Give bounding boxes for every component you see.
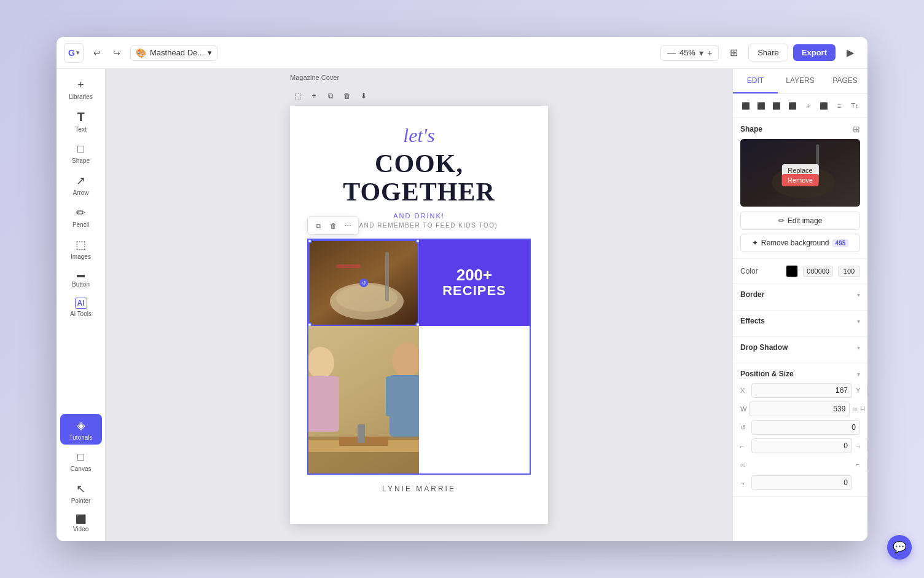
tutorials-label: Tutorials [69, 434, 93, 441]
document-name: Masthead De... [150, 48, 204, 57]
undo-button[interactable]: ↩ [88, 44, 106, 61]
toolbar-right: ⊞ Share Export ▶ [724, 43, 860, 63]
sidebar-item-images[interactable]: ⬚ Images [60, 233, 102, 264]
crop-icon-button[interactable]: ⊞ [724, 43, 743, 63]
toolbar: G ▾ ↩ ↪ 🎨 Masthead De... ▾ — 45% ▾ + ⊞ S… [57, 37, 867, 69]
tutorials-icon: ◈ [77, 419, 85, 432]
sel-copy-button[interactable]: ⧉ [311, 219, 325, 232]
recipes-text: RECIPES [442, 283, 506, 299]
couple-image-cell[interactable] [308, 326, 419, 473]
text-label: Text [75, 126, 86, 133]
sidebar-item-libraries[interactable]: + Libraries [60, 74, 102, 104]
remove-button[interactable]: Remove [781, 174, 819, 186]
document-title[interactable]: 🎨 Masthead De... ▾ [130, 45, 217, 61]
shape-section-icon[interactable]: ⊞ [853, 124, 860, 134]
shape-section-header: Shape ⊞ [740, 124, 860, 134]
sidebar-item-video[interactable]: ⬛ Video [60, 509, 102, 536]
magazine-main-title: COOK, TOGETHER [307, 149, 531, 206]
drop-shadow-collapse[interactable]: ▾ [857, 344, 860, 351]
canvas-label: Canvas [71, 465, 92, 472]
pos-size-header: Position & Size ▾ [740, 370, 860, 378]
arrow-icon: ↗ [76, 174, 85, 188]
frame-download-button[interactable]: ⬇ [356, 89, 371, 103]
svg-rect-9 [308, 376, 312, 413]
magazine-script-title: let's [403, 124, 434, 147]
button-label: Button [72, 281, 90, 288]
frame-link-button[interactable]: ⬚ [290, 89, 305, 103]
align-horiz-button[interactable]: ⬛ [817, 99, 830, 113]
link-icon: ∞ [852, 405, 858, 413]
corner-tr-input[interactable] [867, 438, 867, 453]
shape-section-title: Shape [740, 125, 762, 133]
corner-tl-field: ⌐ [740, 438, 852, 453]
tab-edit[interactable]: EDIT [733, 69, 778, 93]
sidebar-item-text[interactable]: T Text [60, 105, 102, 137]
y-input[interactable] [867, 383, 867, 398]
effects-collapse[interactable]: ▾ [857, 318, 860, 325]
distribute-v-button[interactable]: ⬛ [786, 99, 799, 113]
sel-delete-button[interactable]: 🗑 [326, 219, 340, 232]
align-right-button[interactable]: ⬛ [770, 99, 783, 113]
sidebar-item-canvas[interactable]: □ Canvas [60, 446, 102, 476]
align-center-button[interactable]: ⬛ [754, 99, 767, 113]
tab-pages[interactable]: PAGES [823, 69, 867, 93]
canvas-area[interactable]: Magazine Cover ⬚ + ⧉ 🗑 ⬇ let's COOK, TOG… [106, 69, 732, 541]
corner-bl-input[interactable] [751, 475, 852, 490]
right-panel: EDIT LAYERS PAGES ⬛ ⬛ ⬛ ⬛ + ⬛ ≡ T↕ Shape… [732, 69, 867, 541]
corner-link-icon: ∞ [740, 461, 746, 469]
share-button[interactable]: Share [748, 44, 788, 61]
effects-section-header: Effects ▾ [740, 317, 860, 325]
corner-br-input[interactable] [867, 457, 867, 472]
frame-delete-button[interactable]: 🗑 [340, 89, 354, 103]
frame-copy-button[interactable]: ⧉ [323, 89, 338, 103]
ai-tools-icon: Ai [75, 298, 87, 309]
magazine-author: LYNIE MARRIE [382, 485, 456, 493]
app-logo[interactable]: G ▾ [64, 43, 84, 63]
color-swatch[interactable] [786, 265, 798, 277]
svg-point-7 [308, 347, 334, 379]
zoom-in-button[interactable]: + [707, 48, 712, 58]
food-image-cell[interactable]: ↺ [308, 240, 419, 326]
sel-more-button[interactable]: ⋯ [341, 219, 354, 232]
panel-tabs: EDIT LAYERS PAGES [733, 69, 867, 94]
sidebar-item-tutorials[interactable]: ◈ Tutorials [60, 414, 102, 445]
floating-chat-button[interactable]: 💬 [887, 535, 912, 560]
border-collapse[interactable]: ▾ [857, 291, 860, 298]
canvas-icon: □ [77, 451, 84, 464]
corner-br-field: ⌐ [856, 457, 867, 472]
remove-background-button[interactable]: ✦ Remove background 495 [740, 234, 860, 252]
export-button[interactable]: Export [793, 44, 836, 61]
add-button[interactable]: + [802, 99, 815, 113]
remove-bg-badge: 495 [832, 239, 849, 247]
libraries-icon: + [77, 79, 84, 92]
arrow-label: Arrow [72, 189, 88, 196]
redo-button[interactable]: ↪ [108, 44, 125, 61]
corner-tl-input[interactable] [751, 438, 852, 453]
image-grid[interactable]: ↺ 200+ RECIPES [307, 239, 531, 475]
shape-preview: Replace Remove [740, 139, 860, 207]
sidebar-item-shape[interactable]: □ Shape [60, 138, 102, 168]
recipes-box: 200+ RECIPES [419, 240, 530, 326]
rotation-input[interactable] [751, 420, 860, 435]
svg-rect-3 [385, 252, 389, 301]
sidebar-item-pencil[interactable]: ✏ Pencil [60, 201, 102, 232]
w-input[interactable] [749, 402, 850, 416]
x-input[interactable] [751, 383, 852, 398]
sidebar-item-pointer[interactable]: ↖ Pointer [60, 477, 102, 508]
zoom-dropdown-button[interactable]: ▾ [699, 48, 703, 58]
list-button[interactable]: ≡ [832, 99, 845, 113]
h-label: H [860, 405, 865, 413]
edit-image-button[interactable]: ✏ Edit image [740, 212, 860, 230]
align-left-button[interactable]: ⬛ [739, 99, 752, 113]
frame-add-button[interactable]: + [307, 89, 321, 103]
tab-layers[interactable]: LAYERS [778, 69, 823, 93]
sidebar-item-arrow[interactable]: ↗ Arrow [60, 169, 102, 200]
sidebar-item-button[interactable]: ▬ Button [60, 265, 102, 291]
preview-button[interactable]: ▶ [840, 43, 860, 63]
more-button[interactable]: T↕ [848, 99, 861, 113]
sidebar-item-ai-tools[interactable]: Ai Ai Tools [60, 293, 102, 321]
zoom-out-button[interactable]: — [667, 48, 676, 58]
pos-size-collapse[interactable]: ▾ [857, 371, 860, 378]
border-section: Border ▾ [733, 284, 867, 311]
button-icon: ▬ [77, 270, 85, 279]
